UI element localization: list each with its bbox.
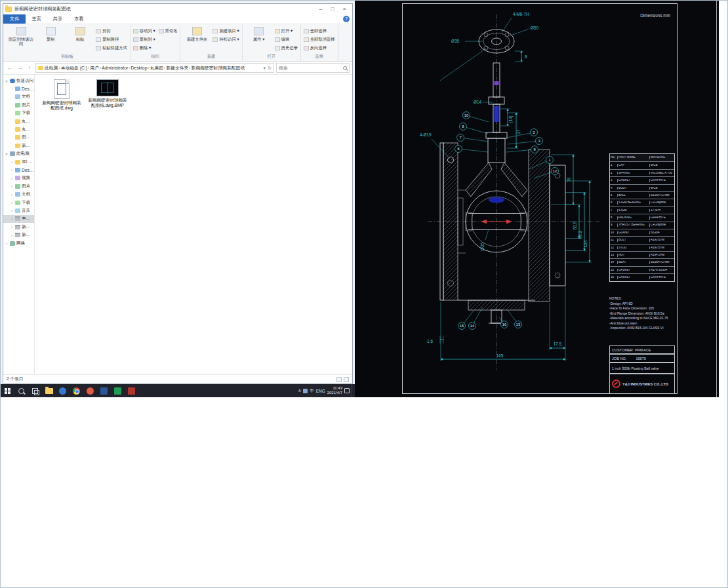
breadcrumb-segment[interactable]: 新阀阀硬密封球阀装配图纸 [192, 66, 245, 70]
tab-view[interactable]: 查看 [68, 14, 89, 24]
address-box[interactable]: 此电脑›本地磁盘 (C:)›用户›Administrator›Desktop›丸… [35, 63, 274, 73]
sidebar-item[interactable]: ›图片 [3, 182, 34, 190]
ribbon-button[interactable]: 全部选择 [304, 27, 335, 35]
search-box[interactable] [276, 63, 350, 73]
sidebar-item[interactable]: ›新加卷 (E:) [3, 231, 34, 239]
breadcrumb-segment[interactable]: 本地磁盘 (C:) [61, 66, 87, 70]
file-item[interactable]: 新阀阀硬密封球阀装配图纸.dwg [41, 79, 82, 111]
task-view-button[interactable] [28, 384, 42, 397]
taskbar-app-edge[interactable] [56, 384, 70, 397]
ribbon-button[interactable]: 剪切 [96, 27, 127, 35]
sidebar-item[interactable]: ›3D 对象 [3, 158, 34, 166]
ribbon-button[interactable]: 粘贴快捷方式 [96, 44, 127, 52]
refresh-icon[interactable]: ↻ [268, 66, 272, 71]
ribbon-button[interactable]: 编辑 [275, 35, 298, 44]
sidebar-item[interactable]: 图纸文档整理 [3, 134, 34, 142]
ribbon-button[interactable]: 重命名 [159, 27, 178, 35]
chevron-icon[interactable]: › [10, 160, 14, 164]
sidebar-item[interactable]: ∨快速访问 [3, 77, 34, 85]
ribbon-button[interactable]: 反向选择 [304, 44, 335, 52]
taskbar-app-firefox[interactable] [83, 384, 97, 397]
minimize-button[interactable]: – [315, 5, 327, 14]
taskbar-app-word[interactable] [97, 384, 111, 397]
chevron-icon[interactable]: › [5, 241, 9, 245]
taskbar-app-acrobat[interactable] [125, 384, 138, 397]
search-button[interactable] [14, 384, 28, 397]
sidebar-item[interactable]: Desktop [3, 85, 34, 92]
sidebar-item[interactable]: ›下载 [3, 199, 34, 206]
chevron-icon[interactable]: ∨ [5, 151, 9, 156]
file-item[interactable]: 新阀阀硬密封球阀装配图纸.dwg.BMP [87, 79, 128, 108]
chevron-icon[interactable]: › [10, 168, 14, 172]
ribbon-button[interactable]: 复制到 ▾ [133, 35, 155, 44]
sidebar-item[interactable]: ∨此电脑 [3, 150, 34, 158]
ribbon-button[interactable]: 历史记录 [275, 44, 298, 52]
start-button[interactable] [1, 384, 14, 397]
breadcrumb-segment[interactable]: 此电脑 [45, 66, 58, 70]
sidebar-item[interactable]: 图片 [3, 101, 34, 109]
close-button[interactable]: × [338, 5, 350, 14]
breadcrumb-segment[interactable]: 新建文件夹 [166, 66, 188, 70]
tab-home[interactable]: 主页 [26, 14, 47, 24]
clock[interactable]: 11:43 2021/4/7 [327, 386, 342, 395]
chevron-icon[interactable]: › [10, 176, 14, 180]
sidebar-item[interactable]: ›本地磁盘 (C:) [3, 215, 34, 223]
chevron-icon[interactable]: › [10, 233, 14, 237]
thumbnail-view-icon[interactable] [344, 377, 349, 382]
chevron-icon[interactable]: › [10, 201, 14, 205]
forward-button[interactable]: → [16, 65, 24, 71]
search-input[interactable] [279, 66, 342, 70]
chevron-icon[interactable]: ∨ [5, 79, 9, 83]
tray-chevron-icon[interactable]: ∧ [298, 388, 301, 393]
up-button[interactable]: ↑ [26, 65, 33, 71]
ime-indicator[interactable]: 中 [310, 388, 313, 394]
tab-share[interactable]: 共享 [47, 14, 68, 24]
breadcrumb-segment[interactable]: 用户 [90, 66, 99, 70]
ribbon-button[interactable]: 新建项目 ▾ [212, 27, 239, 35]
ribbon-button[interactable]: 固定到快速访问 [7, 26, 35, 54]
ribbon-button[interactable]: 粘贴 [66, 26, 94, 54]
sidebar-item[interactable]: ›音乐 [3, 206, 34, 214]
chevron-icon[interactable]: › [10, 184, 14, 188]
list-view-icon[interactable] [336, 377, 342, 382]
taskbar-app-explorer[interactable] [42, 384, 56, 397]
sidebar-item[interactable]: 丸美图纸 [3, 125, 34, 133]
file-list[interactable]: 新阀阀硬密封球阀装配图纸.dwg新阀阀硬密封球阀装配图纸.dwg.BMP [35, 75, 352, 374]
tray-app-icon[interactable] [303, 389, 308, 393]
ribbon-button[interactable]: 复制 [37, 26, 64, 54]
breadcrumb-segment[interactable]: Desktop [131, 66, 148, 70]
show-desktop-button[interactable] [352, 384, 354, 397]
breadcrumb-segment[interactable]: 丸美图 [150, 66, 163, 70]
ribbon-button[interactable]: 新建文件夹 [183, 26, 211, 54]
chevron-icon[interactable]: › [10, 208, 14, 212]
tab-file[interactable]: 文件 [3, 14, 26, 24]
taskbar-app-excel[interactable] [111, 384, 125, 397]
language-indicator[interactable]: ENG [316, 389, 325, 393]
help-icon[interactable]: ? [343, 16, 350, 22]
chevron-icon[interactable]: › [10, 217, 14, 221]
ribbon-button[interactable]: 打开 ▾ [275, 27, 298, 35]
sidebar-item[interactable]: 文档 [3, 93, 34, 101]
sidebar-item[interactable]: 下载 [3, 109, 34, 117]
sidebar-item[interactable]: ›网络 [3, 239, 34, 247]
notification-center-icon[interactable] [344, 388, 350, 393]
chevron-icon[interactable]: › [10, 193, 14, 197]
ribbon-button[interactable]: 属性 ▾ [245, 26, 273, 54]
ribbon-button[interactable]: 轻松访问 ▾ [212, 35, 239, 44]
sidebar-item[interactable]: ›Desktop [3, 166, 34, 174]
ribbon-button[interactable]: 删除 ▾ [133, 44, 155, 52]
maximize-button[interactable]: □ [327, 5, 338, 14]
taskbar-app-chrome[interactable] [70, 384, 83, 397]
back-button[interactable]: ← [6, 65, 14, 71]
ribbon-button[interactable]: 移动到 ▾ [133, 27, 155, 35]
ribbon-button[interactable]: 全部取消选择 [304, 35, 335, 44]
sidebar-item[interactable]: 新建文件夹 [3, 142, 34, 149]
sidebar-item[interactable]: 丸美图 [3, 117, 34, 125]
sidebar-item[interactable]: ›新加卷 (D:) [3, 223, 34, 231]
ribbon-button[interactable]: 复制路径 [96, 35, 127, 44]
sidebar-item[interactable]: ›文档 [3, 190, 34, 198]
sidebar-item[interactable]: ›视频 [3, 174, 34, 182]
breadcrumb-segment[interactable]: Administrator [102, 66, 128, 70]
address-dropdown-icon[interactable]: ▾ [264, 66, 266, 71]
title-bar[interactable]: 新阀阀硬密封球阀装配图纸 – □ × [3, 4, 352, 14]
